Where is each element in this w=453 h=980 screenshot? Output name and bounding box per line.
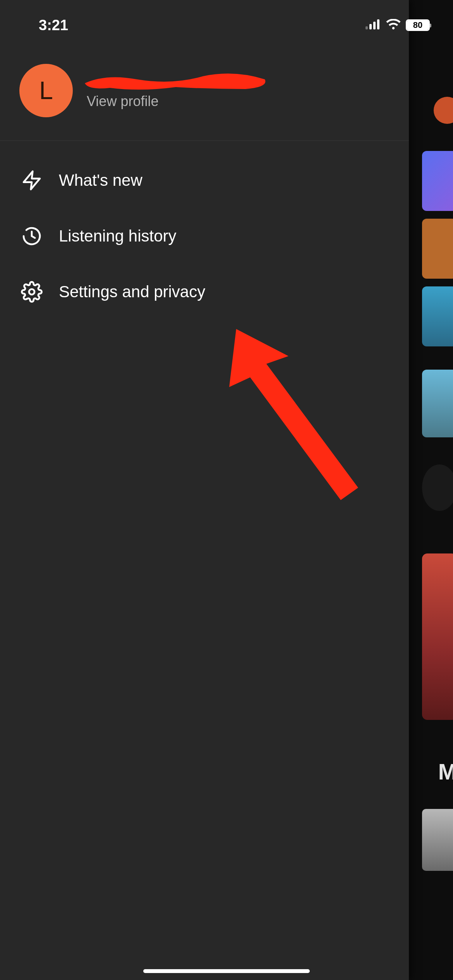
bg-large-card xyxy=(422,553,453,720)
bg-tile xyxy=(422,286,453,346)
menu-item-listening-history[interactable]: Listening history xyxy=(0,208,409,264)
view-profile-label: View profile xyxy=(87,93,267,110)
history-icon xyxy=(20,224,43,248)
bg-tile xyxy=(422,151,453,211)
menu: What's new Listening history Settings an… xyxy=(0,141,409,331)
bg-card xyxy=(422,809,453,871)
bg-tile xyxy=(422,370,453,437)
status-time: 3:21 xyxy=(39,17,68,34)
menu-item-settings-privacy[interactable]: Settings and privacy xyxy=(0,264,409,320)
svg-point-1 xyxy=(29,289,34,295)
gear-icon xyxy=(20,280,43,303)
bg-tile xyxy=(422,464,453,511)
menu-label: Settings and privacy xyxy=(59,283,205,301)
bg-avatar xyxy=(434,97,453,124)
svg-marker-0 xyxy=(24,171,40,190)
menu-label: Listening history xyxy=(59,227,177,245)
profile-name-redacted xyxy=(87,72,267,91)
svg-rect-2 xyxy=(365,26,368,29)
lightning-icon xyxy=(20,169,43,192)
side-drawer: L View profile What's new xyxy=(0,0,409,980)
menu-label: What's new xyxy=(59,171,142,190)
battery-percent: 80 xyxy=(407,21,429,30)
bg-tile xyxy=(422,219,453,279)
avatar-letter: L xyxy=(39,76,53,105)
avatar: L xyxy=(19,64,73,117)
battery-icon: 80 xyxy=(406,19,430,31)
menu-item-whats-new[interactable]: What's new xyxy=(0,152,409,208)
cellular-icon xyxy=(365,19,381,31)
svg-rect-5 xyxy=(377,19,379,29)
bg-heading-partial: M xyxy=(438,759,453,785)
status-indicators: 80 xyxy=(365,19,430,31)
home-indicator[interactable] xyxy=(143,969,310,973)
wifi-icon xyxy=(386,19,401,31)
status-bar: 3:21 80 xyxy=(0,0,453,39)
svg-rect-4 xyxy=(373,22,376,29)
profile-texts: View profile xyxy=(87,72,267,110)
svg-rect-3 xyxy=(369,24,372,29)
